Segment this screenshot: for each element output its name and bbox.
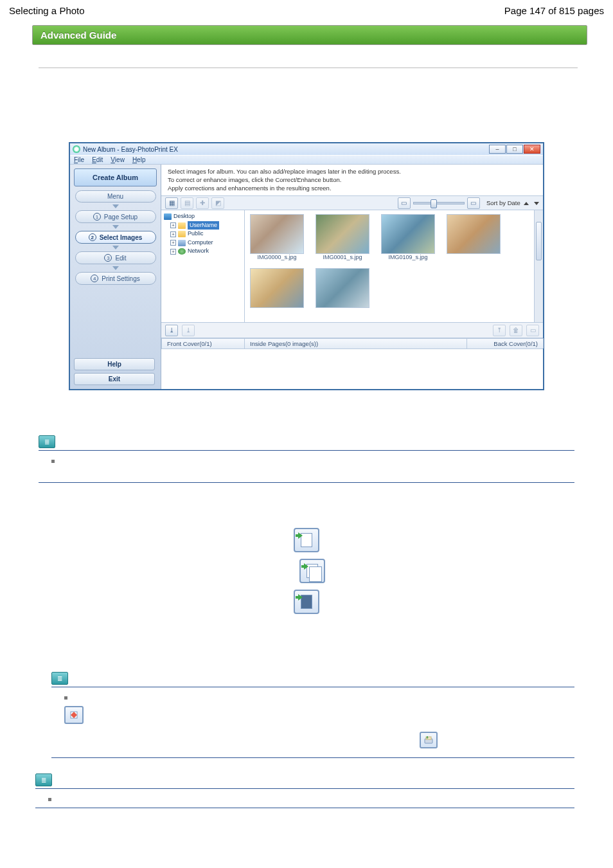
thumbnail-image — [250, 214, 304, 254]
tab-inside-pages[interactable]: Inside Pages(0 image(s)) — [244, 338, 467, 348]
arrow-icon — [304, 563, 308, 570]
separator — [39, 68, 578, 68]
grid-icon[interactable]: ▤ — [181, 197, 193, 209]
note-icon — [35, 773, 52, 786]
instruction-line-3: Apply corrections and enhancements in th… — [168, 185, 537, 193]
step-print-settings[interactable]: 4 Print Settings — [75, 272, 156, 285]
arrow-down-icon — [112, 266, 119, 270]
menu-file[interactable]: File — [74, 156, 84, 163]
sort-dropdown-icon — [534, 202, 539, 205]
import-to-back-cover-button[interactable] — [294, 590, 319, 614]
scrollbar[interactable] — [534, 210, 543, 322]
note-block — [51, 672, 574, 758]
thumbnail-item[interactable] — [447, 214, 501, 260]
import-to-page-icon[interactable]: ⤓ — [165, 325, 178, 336]
zoom-in-icon[interactable]: ▭ — [467, 197, 480, 209]
correct-enhance-icon[interactable]: ✚ — [196, 197, 209, 209]
page-number: Page 147 of 815 pages — [504, 5, 604, 16]
import-to-pages-icon[interactable]: ⤓ — [182, 325, 195, 336]
tree-username[interactable]: +UserName — [170, 221, 242, 230]
step-number-2: 2 — [89, 233, 96, 241]
step-page-setup-label: Page Setup — [104, 213, 138, 221]
thumbnail-pane: IMG0000_s.jpg IMG0001_s.jpg IMG0109_s.jp… — [245, 210, 543, 322]
thumbnail-item[interactable]: IMG0109_s.jpg — [381, 214, 435, 260]
thumbnail-image — [250, 268, 304, 308]
arrow-down-icon — [112, 204, 119, 208]
zoom-slider[interactable] — [413, 202, 465, 204]
tree-desktop[interactable]: Desktop — [164, 212, 242, 221]
thumbnail-filename: IMG0000_s.jpg — [250, 254, 304, 260]
album-tabs: Front Cover(0/1) Inside Pages(0 image(s)… — [161, 338, 543, 349]
thumbnail-image — [315, 214, 369, 254]
window-maximize-button[interactable]: □ — [506, 145, 523, 154]
window-titlebar: New Album - Easy-PhotoPrint EX – □ ✕ — [70, 143, 543, 155]
thumbnail-image — [447, 214, 501, 254]
step-number-4: 4 — [91, 275, 98, 282]
tree-public[interactable]: +Public — [170, 230, 242, 239]
thumbnail-item[interactable] — [250, 268, 304, 308]
import-to-front-cover-button[interactable] — [294, 528, 319, 552]
separator — [39, 450, 574, 451]
thumbnail-filename: IMG0001_s.jpg — [315, 254, 369, 260]
menu-button[interactable]: Menu — [75, 190, 156, 203]
note-bullet — [64, 694, 574, 700]
note-block — [39, 435, 574, 483]
instruction-line-1: Select images for album. You can also ad… — [168, 168, 537, 176]
tree-network[interactable]: +Network — [170, 247, 242, 256]
app-window: New Album - Easy-PhotoPrint EX – □ ✕ Fil… — [69, 142, 544, 390]
scan-icon — [420, 732, 438, 748]
remove-page-icon[interactable]: ⤒ — [493, 325, 506, 336]
arrow-icon — [298, 594, 303, 601]
tab-front-cover[interactable]: Front Cover(0/1) — [161, 338, 245, 348]
bullet-icon — [51, 460, 55, 463]
step-page-setup[interactable]: 1 Page Setup — [75, 210, 156, 223]
instruction-line-2: To correct or enhance images, click the … — [168, 176, 537, 185]
window-title: New Album - Easy-PhotoPrint EX — [83, 146, 489, 153]
trash-icon[interactable]: 🗑 — [510, 325, 522, 336]
thumbnail-item[interactable]: IMG0001_s.jpg — [315, 214, 369, 260]
menu-view[interactable]: View — [111, 156, 125, 163]
note-icon — [39, 435, 55, 448]
clear-icon[interactable]: ▭ — [526, 325, 539, 336]
special-filters-icon[interactable]: ◩ — [211, 197, 224, 209]
step-select-images-label: Select Images — [100, 234, 143, 241]
thumbnail-item[interactable]: IMG0000_s.jpg — [250, 214, 304, 260]
page-toolbar: ⤓ ⤓ ⤒ 🗑 ▭ — [161, 323, 543, 338]
window-close-button[interactable]: ✕ — [524, 145, 540, 154]
separator — [35, 788, 574, 789]
menu-edit[interactable]: Edit — [92, 156, 103, 163]
tab-back-cover[interactable]: Back Cover(0/1) — [466, 338, 544, 348]
exit-button[interactable]: Exit — [74, 373, 155, 385]
main-pane: Select images for album. You can also ad… — [161, 165, 543, 389]
step-number-1: 1 — [93, 213, 101, 221]
sort-by[interactable]: Sort by Date — [486, 199, 539, 206]
menu-help[interactable]: Help — [132, 156, 146, 163]
thumbnail-item[interactable] — [315, 268, 369, 308]
sidebar: Create Album Menu 1 Page Setup 2 Select … — [70, 165, 161, 389]
arrow-icon — [298, 532, 303, 539]
menubar: File Edit View Help — [70, 155, 543, 165]
separator — [39, 482, 574, 483]
import-to-inside-pages-button[interactable] — [299, 559, 325, 583]
sort-label: Sort by Date — [486, 199, 520, 206]
separator — [35, 808, 574, 808]
window-minimize-button[interactable]: – — [489, 145, 506, 154]
thumbnail-filename: IMG0109_s.jpg — [381, 254, 435, 260]
select-all-icon[interactable]: ▦ — [165, 197, 178, 209]
arrow-down-icon — [112, 225, 119, 229]
instruction-text: Select images for album. You can also ad… — [161, 165, 543, 196]
zoom-out-icon[interactable]: ▭ — [398, 197, 411, 209]
page-title: Selecting a Photo — [9, 5, 85, 16]
note-bullet — [51, 457, 574, 463]
import-button-column — [274, 528, 339, 614]
step-print-settings-label: Print Settings — [102, 275, 139, 282]
help-button[interactable]: Help — [74, 358, 155, 370]
sort-asc-icon — [524, 202, 529, 205]
tree-computer[interactable]: +Computer — [170, 239, 242, 248]
step-edit[interactable]: 3 Edit — [75, 251, 156, 264]
create-album-button: Create Album — [74, 168, 157, 186]
step-select-images[interactable]: 2 Select Images — [75, 231, 156, 244]
note-block — [35, 773, 574, 808]
folder-tree[interactable]: Desktop +UserName +Public +Computer +Net… — [161, 210, 245, 322]
bullet-icon — [48, 798, 51, 801]
